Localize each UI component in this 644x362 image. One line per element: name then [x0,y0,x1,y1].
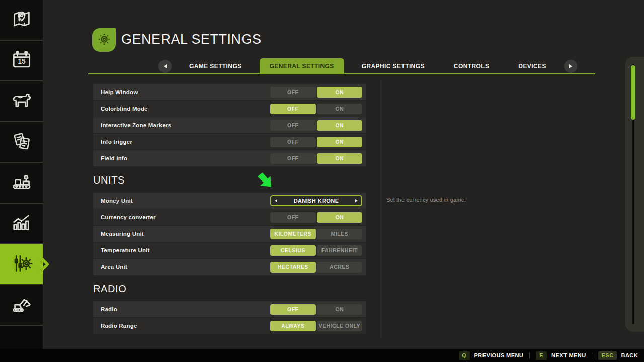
scrollbar-thumb[interactable] [631,65,635,120]
sidebar-item-calendar[interactable]: 15 [0,41,43,81]
tab-bar: GAME SETTINGSGENERAL SETTINGSGRAPHIC SET… [158,58,577,74]
tabs-next-button[interactable] [564,60,577,73]
selector-prev-icon[interactable] [275,199,277,202]
option-hectares-button[interactable]: HECTARES [270,262,316,273]
option-fahrenheit-button[interactable]: FAHRENHEIT [317,245,363,256]
selector-next-icon[interactable] [355,199,358,202]
tab-devices[interactable]: DEVICES [507,58,557,74]
option-on-button[interactable]: ON [317,153,363,164]
active-tab-nub-arrow [43,262,46,266]
toggle-group: HECTARESACRES [270,262,362,273]
toggle-group: OFFON [270,87,362,98]
option-on-button[interactable]: ON [317,87,363,98]
option-on-button[interactable]: ON [317,304,363,315]
option-on-button[interactable]: ON [317,120,363,131]
chevron-right-icon [569,64,572,68]
sidebar-item-animals[interactable] [0,81,43,122]
cow-icon [10,89,33,114]
key-hint-bar: QPREVIOUS MENUENEXT MENUESCBACK [0,349,644,362]
key-hint-label: BACK [621,352,638,358]
setting-row-measuring-unit: Measuring UnitKILOMETERSMILES [93,226,366,242]
settings-list: Help WindowOFFONColorblind ModeOFFONInte… [93,84,366,334]
setting-label: Radio [101,306,270,312]
panel-divider [379,80,379,338]
chevron-left-icon [164,64,167,68]
setting-label: Temperature Unit [101,247,270,253]
setting-row-field-info: Field InfoOFFON [93,150,366,166]
toggle-group: OFFON [270,104,362,114]
sidebar-item-contracts[interactable] [0,122,43,163]
option-off-button[interactable]: OFF [270,87,316,98]
option-off-button[interactable]: OFF [270,212,316,223]
setting-label: Currency converter [101,214,270,220]
toggle-group: CELSIUSFAHRENHEIT [270,245,362,256]
sidebar-item-map[interactable] [0,0,43,41]
option-off-button[interactable]: OFF [270,304,316,315]
selector-value: DANISH KRONE [294,198,339,204]
key-hint-label: NEXT MENU [551,352,586,358]
setting-label: Area Unit [101,264,270,270]
setting-row-info-trigger: Info triggerOFFON [93,134,366,150]
setting-row-colorblind-mode: Colorblind ModeOFFON [93,101,366,117]
option-off-button[interactable]: OFF [270,137,316,147]
active-tab-nub [34,256,49,272]
toggle-group: OFFON [270,137,362,147]
option-celsius-button[interactable]: CELSIUS [270,245,316,256]
setting-label: Measuring Unit [101,231,270,237]
calendar-icon: 15 [10,48,33,73]
toggle-group: OFFON [270,153,362,164]
option-off-button[interactable]: OFF [270,120,316,131]
option-always-button[interactable]: ALWAYS [270,321,316,331]
setting-label: Money Unit [101,198,270,204]
keycap-q: Q [459,351,470,360]
sidebar-item-construction[interactable] [0,285,43,326]
setting-row-money-unit: Money UnitDANISH KRONE [93,193,366,209]
toggle-group: OFFON [270,304,362,315]
sidebar-item-statistics[interactable] [0,204,43,244]
hint-divider [592,352,592,359]
option-kilometers-button[interactable]: KILOMETERS [270,229,316,239]
general-settings-badge [92,28,116,52]
statistics-icon [10,211,33,236]
tabs-prev-button[interactable] [158,60,172,73]
setting-row-area-unit: Area UnitHECTARESACRES [93,259,366,275]
toggle-group: OFFON [270,212,362,223]
key-hint-next-menu[interactable]: ENEXT MENU [536,351,586,360]
option-on-button[interactable]: ON [317,137,363,147]
hint-divider [529,352,530,359]
key-hint-back[interactable]: ESCBACK [598,351,638,360]
sidebar-item-settings[interactable] [0,244,43,285]
scrollbar-track[interactable] [632,64,634,324]
option-off-button[interactable]: OFF [270,153,316,164]
tab-game-settings[interactable]: GAME SETTINGS [178,58,254,74]
setting-label: Info trigger [101,139,270,145]
documents-icon [10,130,33,155]
toggle-group: OFFON [270,120,362,131]
map-icon [10,8,33,33]
toggle-group: ALWAYSVEHICLE ONLY [270,321,362,331]
sidebar-item-production[interactable] [0,163,43,204]
keycap-e: E [536,351,547,360]
tab-controls[interactable]: CONTROLS [442,58,501,74]
setting-row-interactive-zone-markers: Interactive Zone MarkersOFFON [93,117,366,133]
tab-graphic-settings[interactable]: GRAPHIC SETTINGS [350,58,436,74]
toggle-group: KILOMETERSMILES [270,229,362,239]
tab-general-settings[interactable]: GENERAL SETTINGS [260,58,344,74]
money-unit-selector[interactable]: DANISH KRONE [270,195,362,206]
tab-underline [88,73,595,74]
scrollbar[interactable] [625,57,644,332]
option-vehicle-only-button[interactable]: VEHICLE ONLY [317,321,363,331]
key-hint-previous-menu[interactable]: QPREVIOUS MENU [459,351,524,360]
option-on-button[interactable]: ON [317,212,363,223]
setting-row-currency-converter: Currency converterOFFON [93,209,366,225]
section-title-radio: RADIO [93,283,366,295]
option-on-button[interactable]: ON [317,104,363,114]
keycap-esc: ESC [598,351,616,360]
setting-row-temperature-unit: Temperature UnitCELSIUSFAHRENHEIT [93,242,366,258]
excavator-icon [10,293,33,318]
option-miles-button[interactable]: MILES [317,229,363,239]
option-acres-button[interactable]: ACRES [317,262,363,273]
production-icon [10,170,33,196]
settings-icon [10,252,33,277]
option-off-button[interactable]: OFF [270,104,316,114]
